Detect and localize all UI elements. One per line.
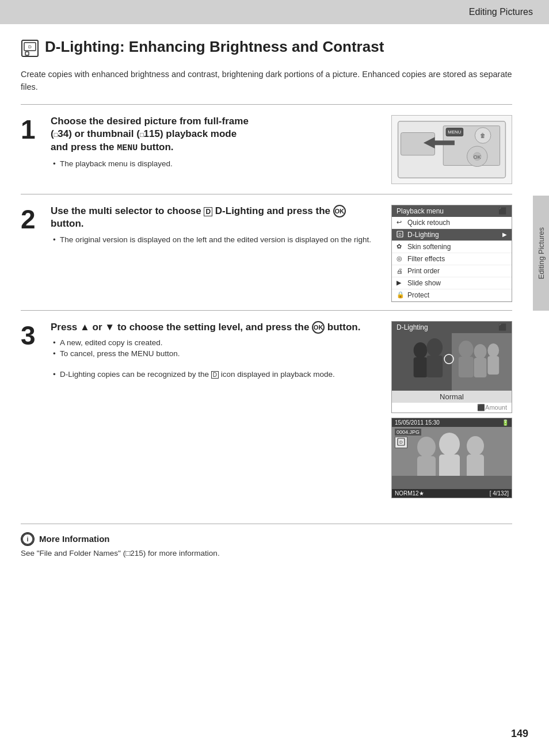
d-lighting-title-bar: D-Lighting ⬛	[392, 322, 512, 333]
protect-icon: 🔒	[396, 291, 405, 299]
playback-menu-title: Playback menu	[396, 207, 444, 215]
step-3-bullet-1: A new, edited copy is created.	[51, 338, 381, 347]
svg-point-31	[417, 437, 436, 457]
svg-text:🗑: 🗑	[480, 132, 486, 139]
svg-text:MENU: MENU	[448, 129, 461, 135]
slide-show-icon: ▶	[396, 279, 405, 287]
sidebar-tab: Editing Pictures	[533, 196, 549, 311]
step-1-content: Choose the desired picture from full-fra…	[51, 115, 381, 186]
more-info-icon: i	[21, 532, 35, 546]
menu-item-protect[interactable]: 🔒 Protect	[392, 289, 512, 301]
step-2-number: 2	[21, 205, 51, 302]
step-3-instruction: Press or to choose the setting level, an…	[51, 321, 381, 334]
step-2-bullets: The original version is displayed on the…	[51, 235, 381, 244]
svg-rect-24	[459, 357, 474, 377]
menu-item-filter-effects[interactable]: ◎ Filter effects	[392, 253, 512, 265]
print-order-label: Print order	[407, 267, 440, 275]
sidebar-tab-label: Editing Pictures	[537, 227, 546, 279]
d-lighting-screen: D-Lighting ⬛	[391, 321, 512, 413]
filter-effects-label: Filter effects	[407, 255, 445, 263]
more-info-text: See "File and Folder Names" (□215) for m…	[21, 549, 512, 558]
d-lighting-amount: ⬛Amount	[392, 403, 512, 413]
step-1-number: 1	[21, 115, 51, 186]
menu-item-slide-show[interactable]: ▶ Slide show	[392, 277, 512, 289]
svg-text:D: D	[398, 232, 401, 236]
more-info-title: More Information	[39, 534, 110, 544]
more-info-header: i More Information	[21, 532, 512, 546]
page-title-section: D D-Lighting: Enhancing Brightness and C…	[21, 38, 512, 62]
svg-rect-26	[474, 358, 487, 377]
d-lighting-photo-inner	[392, 333, 512, 391]
playback-menu-icon: ⬛	[498, 207, 507, 215]
step-1-instruction: Choose the desired picture from full-fra…	[51, 115, 381, 155]
d-lighting-title-icon: ⬛	[498, 323, 507, 331]
step-2-bullet-1: The original version is displayed on the…	[51, 235, 381, 244]
svg-point-23	[459, 341, 474, 358]
step-2-image: Playback menu ⬛ ↩ Quick retouch D D-Ligh…	[391, 205, 512, 302]
header-title: Editing Pictures	[469, 7, 533, 17]
svg-text:D: D	[28, 44, 32, 49]
photo-battery-icon: 🔋	[502, 419, 509, 426]
main-content: D D-Lighting: Enhancing Brightness and C…	[0, 24, 533, 571]
quick-retouch-label: Quick retouch	[407, 219, 450, 227]
photo-norm-label: NORM12★	[395, 490, 424, 497]
d-lighting-photo	[392, 333, 512, 391]
filter-effects-icon: ◎	[396, 255, 405, 262]
header-bar: Editing Pictures	[0, 0, 549, 24]
d-lighting-watermark: D	[395, 437, 407, 448]
page-title: D-Lighting: Enhancing Brightness and Con…	[45, 38, 384, 56]
d-lighting-normal-bar: Normal	[392, 391, 512, 403]
menu-item-skin-softening[interactable]: ✿ Skin softening	[392, 241, 512, 253]
svg-point-19	[414, 342, 428, 358]
photo-overlay-top: 15/05/2011 15:30 🔋	[392, 418, 512, 427]
d-lighting-normal-label: Normal	[440, 392, 464, 401]
slide-show-label: Slide show	[407, 279, 441, 287]
step-3-content: Press or to choose the setting level, an…	[51, 321, 381, 498]
protect-label: Protect	[407, 291, 429, 299]
playback-photo-screen: 15/05/2011 15:30 🔋 0004.JPG D NORM12★ [ …	[391, 418, 512, 498]
step-1-bullets: The playback menu is displayed.	[51, 159, 381, 168]
more-info-section: i More Information See "File and Folder …	[21, 524, 512, 558]
step-2-instruction: Use the multi selector to choose D D-Lig…	[51, 205, 381, 231]
step-1: 1 Choose the desired picture from full-f…	[21, 104, 512, 194]
svg-text:D: D	[399, 440, 403, 445]
svg-point-27	[487, 343, 499, 357]
playback-menu-title-bar: Playback menu ⬛	[392, 205, 512, 217]
photo-counter: [ 4/132]	[490, 490, 509, 497]
menu-item-print-order[interactable]: 🖨 Print order	[392, 265, 512, 277]
step-3-bullets: A new, edited copy is created. To cancel…	[51, 338, 381, 358]
step-3-bullet-3: D-Lighting copies can be recognized by t…	[51, 370, 381, 379]
svg-point-33	[439, 433, 460, 456]
step-3-number: 3	[21, 321, 51, 498]
page-icon: D	[21, 39, 39, 62]
svg-point-35	[467, 436, 484, 456]
playback-menu-screenshot: Playback menu ⬛ ↩ Quick retouch D D-Ligh…	[391, 205, 512, 302]
photo-date: 15/05/2011 15:30	[395, 419, 440, 426]
step-1-bullet-1: The playback menu is displayed.	[51, 159, 381, 168]
step-3-images: D-Lighting ⬛	[391, 321, 512, 498]
quick-retouch-icon: ↩	[396, 219, 405, 226]
d-lighting-title: D-Lighting	[396, 323, 428, 331]
d-lighting-label: D-Lighting	[407, 231, 439, 239]
step-3-bullets-2: D-Lighting copies can be recognized by t…	[51, 370, 381, 379]
step-1-image: MENU 🗑 OK	[391, 115, 512, 186]
skin-softening-label: Skin softening	[407, 243, 451, 251]
step-3: 3 Press or to choose the setting level, …	[21, 310, 512, 506]
svg-point-25	[474, 344, 487, 359]
svg-text:OK: OK	[474, 154, 481, 159]
photo-overlay-bottom: NORM12★ [ 4/132]	[392, 489, 512, 498]
svg-text:i: i	[26, 535, 28, 542]
step-2: 2 Use the multi selector to choose D D-L…	[21, 194, 512, 310]
svg-rect-22	[426, 356, 443, 377]
step-2-content: Use the multi selector to choose D D-Lig…	[51, 205, 381, 302]
svg-rect-20	[414, 357, 428, 377]
print-order-icon: 🖨	[396, 268, 405, 274]
svg-rect-2	[25, 52, 29, 55]
page-number: 149	[511, 728, 528, 740]
page-description: Create copies with enhanced brightness a…	[21, 68, 512, 94]
menu-item-d-lighting[interactable]: D D-Lighting ▶	[392, 229, 512, 241]
photo-filename: 0004.JPG	[395, 429, 421, 436]
step-3-bullet-2: To cancel, press the MENU button.	[51, 349, 381, 358]
d-lighting-icon: D	[396, 231, 405, 239]
menu-item-quick-retouch[interactable]: ↩ Quick retouch	[392, 217, 512, 229]
